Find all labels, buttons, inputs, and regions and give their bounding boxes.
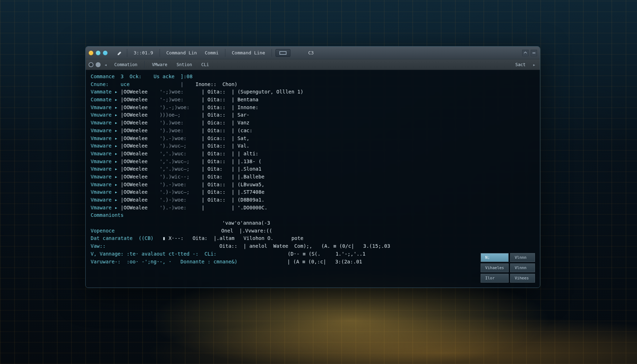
tab-sact[interactable]: Sact xyxy=(512,62,529,67)
terminal-line: VopenoceOnel |.Vvware:(( xyxy=(91,227,535,235)
status-cell[interactable]: Vihees xyxy=(510,274,535,283)
svg-rect-0 xyxy=(532,53,535,53)
terminal-row: Vmaware ▸ |OOWeelee ').)woe: | Oita:: | … xyxy=(91,127,535,135)
toolbar-separator xyxy=(127,49,127,57)
titlebar-label-3: Command Line xyxy=(229,50,268,55)
nav-radio-1[interactable] xyxy=(89,62,93,67)
terminal-row: Vmaware ▸ |OOWeelee ').)wic--; | Oita: |… xyxy=(91,173,535,181)
terminal-line: V, Vannage: :te· avalaout ct-tted -: CLi… xyxy=(91,250,535,258)
toolbar-separator xyxy=(272,49,272,57)
terminal-section: Commanionts xyxy=(91,212,535,219)
terminal-row: Vmaware ▸ |OOWeelee ').)wuc—; | Oita:: |… xyxy=(91,142,535,150)
terminal-line: Vaw::Oita:: | anelol Watee Com);, (A. ≡ … xyxy=(91,242,535,250)
tab-cli[interactable]: CLi xyxy=(198,62,213,67)
pencil-icon[interactable] xyxy=(116,49,123,57)
tab-commation[interactable]: Commation xyxy=(111,62,141,67)
titlebar-label-4: C3 xyxy=(305,50,317,55)
window-maximize-button[interactable] xyxy=(103,50,108,55)
window-close-button[interactable] xyxy=(89,50,93,55)
terminal-content[interactable]: Commance 3 Ock: Us acke ]:08 Cnune: uce … xyxy=(86,70,540,288)
toolbar-separator xyxy=(144,61,145,69)
window-options-button[interactable] xyxy=(531,50,537,56)
tab-vmware[interactable]: VMware xyxy=(148,62,171,67)
status-cell[interactable]: Vihaeles xyxy=(481,263,509,272)
terminal-row: Vmaware ▸ |OOWeelee ','.)wuc—; | Oita:: … xyxy=(91,158,535,166)
terminal-window: 3::01.9 Command Lin Commi Command Line C… xyxy=(85,46,540,288)
status-cell[interactable]: Vlnnn xyxy=(510,263,535,272)
terminal-line: 'vaw'o'annana(-3 xyxy=(91,219,535,227)
toolbar-separator xyxy=(160,49,160,57)
window-minimize-button[interactable] xyxy=(96,50,101,55)
terminal-row: Vammate ▸ |OOWeelee '-;)woe: | Oita:: | … xyxy=(91,88,535,96)
toolbar-secondary: ◂ Commation VMware Sntion CLi Sact ▸ xyxy=(86,59,540,70)
window-collapse-button[interactable] xyxy=(522,50,529,56)
terminal-row: Vmaware ▸ |OOWealee ').-)woe: | | '.DO00… xyxy=(91,204,535,212)
titlebar-label-1: Command Lin xyxy=(164,50,200,55)
terminal-line: Dat canaratate ((CB) ▮ X·--: Oita: |.alt… xyxy=(91,235,535,242)
titlebar-button[interactable] xyxy=(275,49,290,57)
nav-radio-2[interactable] xyxy=(96,62,101,67)
status-cell[interactable]: N; xyxy=(481,253,509,262)
terminal-row: Vmaware ▸ |OOWealee '.)-)wuc—; | Oita:: … xyxy=(91,188,535,196)
terminal-row: Vmaware ▸ |OOWealee '.)-)woe: | Oita:: |… xyxy=(91,196,535,204)
terminal-header-1: Commance 3 Ock: Us acke ]:08 xyxy=(91,73,535,81)
nav-forward-icon[interactable]: ▸ xyxy=(531,62,537,68)
terminal-row: Commate ▸ |OOWeelee '-;)woe: | Oita:: | … xyxy=(91,96,535,104)
terminal-line: Varuware-: :oo· -';ng·-, · Donnante : cm… xyxy=(91,258,535,266)
nav-back-icon[interactable]: ◂ xyxy=(103,62,108,68)
status-cell[interactable]: Vlnnn xyxy=(510,253,535,262)
titlebar-time: 3::01.9 xyxy=(131,50,156,55)
window-titlebar[interactable]: 3::01.9 Command Lin Commi Command Line C… xyxy=(86,47,540,59)
terminal-row: Vmaware ▸ |OOWeelee ','.)wuc—; | Oita: |… xyxy=(91,165,535,173)
terminal-row: Vmaware ▸ |OOWeelee ').)woe: | Oica:: | … xyxy=(91,119,535,127)
tab-sntion[interactable]: Sntion xyxy=(173,62,196,67)
terminal-row: Vmaware ▸ |OOWeelee ').-)woe: | Oica:: |… xyxy=(91,135,535,143)
terminal-row: Vmaware ▸ |OOWealee ','.)wuc: | Oita:: |… xyxy=(91,150,535,158)
terminal-row: Vmaware ▸ |OOWeelee ').-)woe: | Oita:: |… xyxy=(91,181,535,189)
terminal-row: Vmaware ▸ |OOWeelee ').-;)woe: | Oita:: … xyxy=(91,104,535,112)
terminal-row: Vmuware ▸ |OOWeelee )))oe—; | Oita:: | S… xyxy=(91,111,535,119)
toolbar-separator xyxy=(225,49,225,57)
status-cell[interactable]: Ilor xyxy=(481,274,509,283)
status-panel: N; Vlnnn Vihaeles Vlnnn Ilor Vihees xyxy=(481,253,535,283)
titlebar-label-2: Commi xyxy=(202,50,221,55)
terminal-header-2: Cnune: uce | Inone:: Chon) xyxy=(91,81,535,89)
